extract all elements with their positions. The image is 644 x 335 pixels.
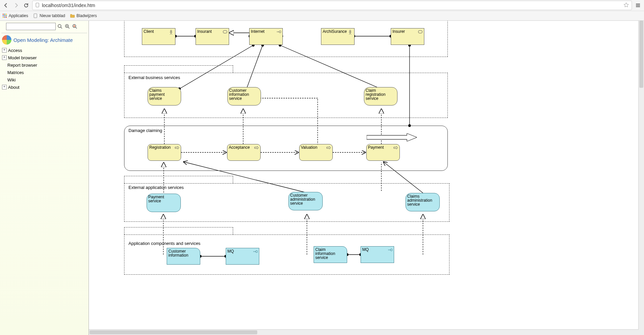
element-label: Claims administration service — [407, 194, 433, 206]
element-label: Payment — [368, 145, 393, 149]
browser-toolbar: localhost/om31/index.htm — [0, 0, 644, 11]
tree-item-wiki[interactable]: Wiki — [2, 76, 87, 83]
search-user-icon[interactable] — [72, 23, 78, 29]
tree-label: About — [8, 85, 19, 90]
element-label: ArchiSurance — [323, 29, 348, 34]
back-button[interactable] — [2, 1, 10, 9]
element-internet[interactable]: Internet — [249, 28, 283, 45]
svg-rect-4 — [3, 15, 4, 16]
svg-point-59 — [256, 251, 258, 253]
element-label: Customer information — [168, 249, 194, 257]
search-icon[interactable] — [57, 23, 63, 29]
actor-icon — [169, 30, 174, 34]
menu-button[interactable] — [634, 1, 642, 9]
element-label: Customer information service — [229, 88, 255, 100]
element-registration[interactable]: Registration — [148, 144, 181, 161]
horizontal-scrollbar[interactable] — [89, 329, 644, 335]
svg-line-18 — [75, 27, 77, 28]
element-label: Customer administration service — [290, 193, 316, 205]
bookmark-folder[interactable]: Bladwijzers — [70, 13, 97, 18]
tree-item-about[interactable]: +About — [2, 83, 87, 91]
apps-icon — [2, 13, 7, 18]
element-claim-info-component[interactable]: Claim information service — [314, 246, 347, 263]
tree-label: Access — [8, 48, 22, 53]
svg-line-56 — [350, 33, 351, 35]
group-label: External business services — [128, 75, 181, 80]
url-bar[interactable]: localhost/om31/index.htm — [32, 1, 632, 10]
expand-icon[interactable]: + — [2, 85, 7, 89]
tree: +Access +Model browser Report browser Ma… — [1, 47, 87, 91]
page-icon — [33, 13, 38, 18]
element-claim-registration-service[interactable]: Claim registration service — [364, 87, 397, 106]
element-label: Payment service — [148, 195, 174, 203]
search-plus-icon[interactable] — [64, 23, 70, 29]
element-label: Claim registration service — [366, 88, 391, 100]
svg-rect-5 — [4, 15, 5, 16]
interface-icon — [253, 250, 258, 254]
search-row — [1, 22, 87, 32]
flow-arrow-icon — [367, 133, 417, 142]
svg-rect-8 — [4, 17, 5, 18]
process-icon — [254, 146, 259, 150]
svg-rect-7 — [3, 17, 4, 18]
tree-label: Wiki — [7, 77, 16, 82]
page-icon — [35, 3, 40, 8]
svg-point-52 — [350, 30, 351, 31]
model-title-row[interactable]: Open Modeling: Archimate — [1, 35, 87, 47]
tree-item-access[interactable]: +Access — [2, 47, 87, 54]
group-app-comp-notch — [124, 227, 233, 234]
group-ext-app-notch — [124, 176, 233, 183]
scrollbar-thumb[interactable] — [90, 330, 257, 334]
element-label: Valuation — [301, 145, 326, 149]
element-mq-1[interactable]: MQ — [226, 248, 259, 265]
interface-icon — [388, 248, 392, 252]
element-claims-admin-service[interactable]: Claims administration service — [406, 193, 440, 211]
element-label: Insurant — [197, 29, 223, 34]
svg-line-47 — [170, 33, 171, 35]
search-input[interactable] — [6, 23, 56, 30]
element-archisurance[interactable]: ArchiSurance — [321, 28, 355, 45]
element-insurer[interactable]: Insurer — [391, 28, 424, 45]
element-customer-info-component[interactable]: Customer information — [167, 248, 200, 265]
element-payment-service[interactable]: Payment service — [147, 194, 181, 212]
element-customer-information-service[interactable]: Customer information service — [227, 87, 261, 106]
process-icon — [175, 146, 179, 150]
element-client[interactable]: Client — [142, 28, 175, 45]
element-label: Claims payment service — [149, 88, 175, 100]
actor-icon — [348, 30, 353, 34]
element-claims-payment-service[interactable]: Claims payment service — [148, 87, 181, 106]
tree-item-model-browser[interactable]: +Model browser — [2, 54, 87, 61]
tree-label: Model browser — [8, 55, 37, 60]
leaf-icon — [2, 70, 6, 74]
element-acceptance[interactable]: Acceptance — [227, 144, 261, 161]
leaf-icon — [2, 63, 6, 67]
svg-rect-3 — [6, 14, 7, 15]
folder-icon — [70, 13, 75, 18]
diagram-canvas[interactable]: Client Insurant Internet ArchiSurance In… — [89, 20, 644, 335]
bookmark-apps[interactable]: Applicaties — [2, 13, 28, 18]
tree-item-report-browser[interactable]: Report browser — [2, 61, 87, 69]
element-customer-admin-service[interactable]: Customer administration service — [288, 192, 323, 210]
element-valuation[interactable]: Valuation — [299, 144, 333, 161]
bookmark-newtab[interactable]: Nieuw tabblad — [33, 13, 65, 18]
svg-point-44 — [170, 30, 172, 31]
svg-point-19 — [74, 25, 75, 26]
role-icon — [223, 30, 227, 34]
expand-icon[interactable]: + — [2, 55, 7, 60]
element-label: Acceptance — [229, 145, 254, 149]
star-icon[interactable] — [624, 2, 629, 9]
element-payment[interactable]: Payment — [366, 144, 400, 161]
element-mq-2[interactable]: MQ — [361, 246, 394, 263]
forward-button[interactable] — [12, 1, 20, 9]
scrollbar-thumb[interactable] — [639, 21, 643, 88]
element-label: Internet — [251, 29, 276, 34]
vertical-scrollbar[interactable] — [638, 20, 644, 330]
reload-button[interactable] — [22, 1, 30, 9]
expand-icon[interactable]: + — [2, 48, 7, 53]
bookmark-label: Applicaties — [9, 13, 28, 18]
svg-rect-2 — [4, 14, 5, 15]
tree-item-matrices[interactable]: Matrices — [2, 69, 87, 76]
element-label: MQ — [362, 248, 388, 252]
element-insurant[interactable]: Insurant — [196, 28, 229, 45]
model-title: Open Modeling: Archimate — [13, 37, 73, 43]
